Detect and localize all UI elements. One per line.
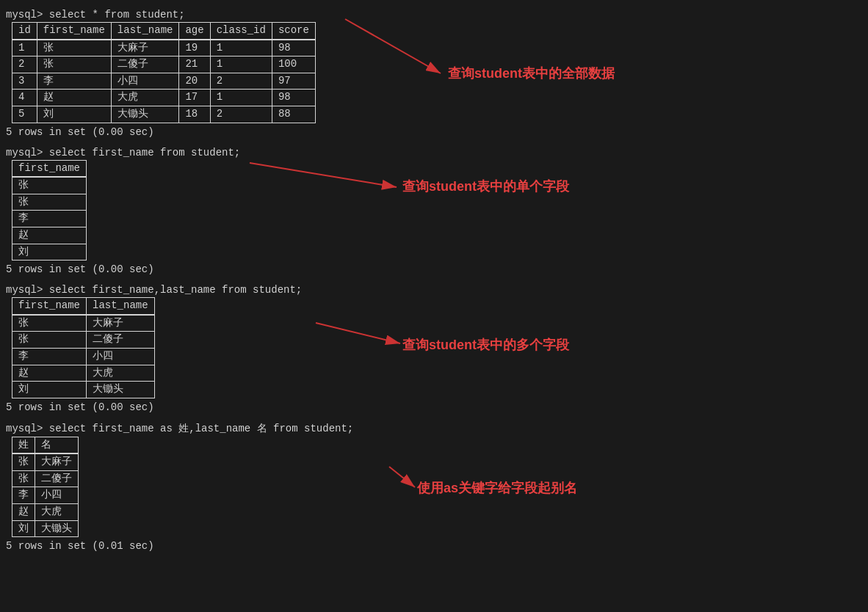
table-row: 2张二傻子211100 [12, 57, 316, 73]
col-first-name: first_name [12, 298, 87, 315]
col-last-name: last_name [111, 23, 179, 40]
annotation2: 查询student表中的单个字段 [402, 178, 569, 195]
table-row: 刘大锄头 [12, 382, 155, 398]
col-id: id [12, 23, 37, 40]
table-row: 张大麻子 [12, 315, 155, 332]
annotation1: 查询student表中的全部数据 [448, 65, 615, 82]
section4-result: 5 rows in set (0.01 sec) [0, 539, 868, 553]
table-row: 刘大锄头 [12, 520, 79, 537]
section3-result: 5 rows in set (0.00 sec) [0, 400, 868, 415]
table-row: 李小四 [12, 487, 79, 504]
table-row: 4赵大虎17198 [12, 90, 316, 106]
table-row: 张二傻子 [12, 470, 79, 487]
section3-prompt: mysql> select first_name,last_name from … [0, 283, 868, 297]
table-row: 1张大麻子19198 [12, 40, 316, 57]
col-class-id: class_id [210, 23, 272, 40]
table-row: 赵大虎 [12, 504, 79, 521]
col-score: score [272, 23, 315, 40]
table-row: 张大麻子 [12, 453, 79, 470]
col-name: 名 [35, 437, 79, 453]
col-surname: 姓 [12, 437, 35, 453]
terminal: mysql> select * from student; id first_n… [0, 0, 868, 564]
table-row: 张二傻子 [12, 332, 155, 349]
table-row: 赵 [12, 227, 87, 244]
table-row: 5刘大锄头18288 [12, 106, 316, 123]
table-row: 刘 [12, 244, 87, 261]
section2: mysql> select first_name from student; f… [0, 145, 868, 277]
table-row: 张 [12, 177, 87, 194]
section1-prompt: mysql> select * from student; [0, 7, 868, 22]
table-row: 赵大虎 [12, 365, 155, 382]
table-row: 3李小四20297 [12, 73, 316, 90]
col-last-name: last_name [87, 298, 155, 315]
table-row: 李小四 [12, 348, 155, 365]
section2-result: 5 rows in set (0.00 sec) [0, 262, 868, 277]
section1-result: 5 rows in set (0.00 sec) [0, 125, 868, 139]
col-first-name: first_name [12, 160, 87, 177]
section1-table: id first_name last_name age class_id sco… [6, 22, 862, 123]
table-row: 张 [12, 194, 87, 211]
annotation4: 使用as关键字给字段起别名 [417, 479, 577, 497]
annotation3: 查询student表中的多个字段 [402, 336, 569, 354]
col-first-name: first_name [37, 23, 111, 40]
section4-prompt: mysql> select first_name as 姓,last_name … [0, 420, 868, 437]
table-row: 李 [12, 211, 87, 227]
section2-table: first_name 张 张 李 赵 刘 [6, 160, 862, 261]
section1: mysql> select * from student; id first_n… [0, 7, 868, 139]
section2-prompt: mysql> select first_name from student; [0, 145, 868, 160]
col-age: age [179, 23, 210, 40]
